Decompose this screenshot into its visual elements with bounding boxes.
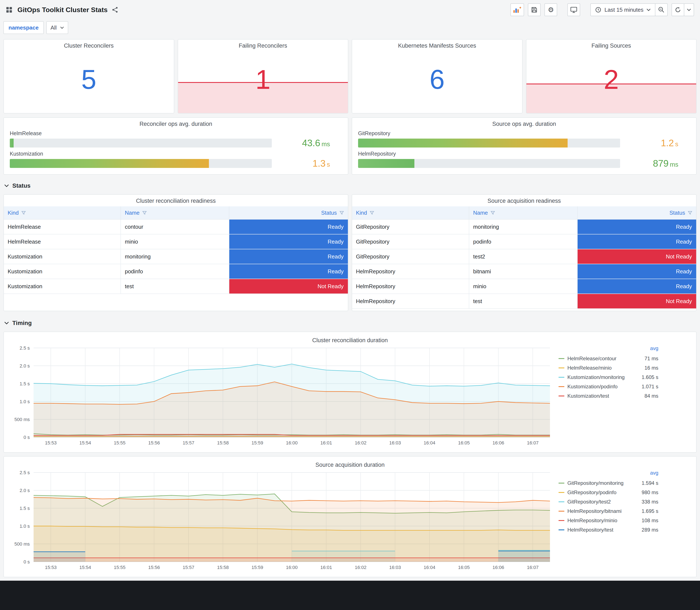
series-name[interactable]: GitRepository/test2 xyxy=(567,499,611,505)
cell-status: Ready xyxy=(577,234,696,249)
legend-avg-header[interactable]: avg xyxy=(558,346,658,354)
panel-title[interactable]: Reconciler ops avg. duration xyxy=(4,118,348,127)
svg-text:16:05: 16:05 xyxy=(458,440,470,446)
cell-name: minio xyxy=(121,234,229,249)
series-name[interactable]: HelmRepository/bitnami xyxy=(567,508,622,514)
filter-icon[interactable] xyxy=(21,210,26,215)
panel-title[interactable]: Source acquisition duration xyxy=(7,459,693,468)
panel-title[interactable]: Cluster Reconcilers xyxy=(4,39,174,49)
column-header-kind[interactable]: Kind xyxy=(352,206,469,219)
svg-text:16:00: 16:00 xyxy=(286,440,297,446)
series-color-swatch xyxy=(558,358,565,359)
legend-item[interactable]: HelmRelease/contour71 ms xyxy=(558,354,658,363)
panel-title[interactable]: Failing Reconcilers xyxy=(178,39,348,49)
filter-icon[interactable] xyxy=(142,210,147,215)
legend-item[interactable]: Kustomization/podinfo1.071 s xyxy=(558,382,658,391)
gauge-panel-reconciler-ops: Reconciler ops avg. duration HelmRelease… xyxy=(3,117,348,175)
gauge-fill xyxy=(10,159,209,168)
stat-panel-failing-sources: Failing Sources 2 xyxy=(526,39,697,113)
filter-icon[interactable] xyxy=(339,210,344,215)
gauge-fill xyxy=(358,159,414,168)
column-header-name[interactable]: Name xyxy=(469,206,577,219)
svg-text:16:03: 16:03 xyxy=(389,565,401,570)
table-row: GitRepositorypodinfoReady xyxy=(352,234,696,249)
status-badge: Not Ready xyxy=(577,249,696,264)
series-avg-value: 1.071 s xyxy=(641,384,658,390)
legend-item[interactable]: GitRepository/test2338 ms xyxy=(558,497,658,507)
apps-grid-icon[interactable] xyxy=(6,6,12,13)
legend-item[interactable]: Kustomization/monitoring1.605 s xyxy=(558,373,658,382)
panel-title[interactable]: Source acquisition readiness xyxy=(352,195,696,204)
gauge-value: 1.3s xyxy=(272,158,342,169)
cell-status: Not Ready xyxy=(577,294,696,309)
series-name[interactable]: GitRepository/podinfo xyxy=(567,489,617,495)
panel-title[interactable]: Failing Sources xyxy=(526,39,696,49)
status-badge: Ready xyxy=(577,220,696,234)
legend-item[interactable]: HelmRelease/minio16 ms xyxy=(558,363,658,373)
gauge-track xyxy=(10,139,272,147)
svg-text:16:01: 16:01 xyxy=(320,440,332,446)
series-name[interactable]: HelmRelease/contour xyxy=(567,356,617,362)
svg-text:2.0 s: 2.0 s xyxy=(19,488,30,493)
save-dashboard-button[interactable] xyxy=(528,3,541,16)
variable-value-dropdown[interactable]: All xyxy=(46,21,68,34)
section-timing[interactable]: Timing xyxy=(4,318,696,328)
column-header-kind[interactable]: Kind xyxy=(4,206,121,219)
gauge-value-number: 879 xyxy=(653,158,669,168)
stat-value: 2 xyxy=(526,49,696,113)
dashboard-settings-button[interactable]: ⚙ xyxy=(544,3,557,16)
gauge-track xyxy=(358,159,620,168)
series-name[interactable]: GitRepository/monitoring xyxy=(567,480,623,486)
column-header-status[interactable]: Status xyxy=(577,206,696,219)
panel-title[interactable]: Cluster reconciliation duration xyxy=(7,334,693,344)
section-status[interactable]: Status xyxy=(4,181,696,191)
legend-item[interactable]: HelmRepository/test289 ms xyxy=(558,525,658,534)
time-range-picker[interactable]: Last 15 minutes xyxy=(590,3,655,16)
panel-title[interactable]: Source ops avg. duration xyxy=(352,118,696,127)
filter-icon[interactable] xyxy=(688,210,693,215)
legend-item[interactable]: GitRepository/monitoring1.594 s xyxy=(558,479,658,488)
gauge-value: 879ms xyxy=(620,158,690,169)
chart-canvas[interactable]: 0 s500 ms1.0 s1.5 s2.0 s2.5 s15:5315:541… xyxy=(7,344,553,448)
series-name[interactable]: Kustomization/podinfo xyxy=(567,384,618,390)
refresh-button[interactable] xyxy=(671,3,684,16)
gauge-value-number: 43.6 xyxy=(302,138,320,148)
table-row: HelmRepositoryminioReady xyxy=(352,279,696,294)
bar-gauge-helmrepository: HelmRepository 879ms xyxy=(358,151,690,169)
tables-row: Cluster reconciliation readiness KindNam… xyxy=(3,194,697,311)
filter-icon[interactable] xyxy=(490,210,495,215)
column-header-name[interactable]: Name xyxy=(121,206,229,219)
chart-canvas[interactable]: 0 s500 ms1.0 s1.5 s2.0 s2.5 s15:5315:541… xyxy=(7,468,553,573)
series-name[interactable]: HelmRelease/minio xyxy=(567,365,612,371)
series-name[interactable]: Kustomization/test xyxy=(567,393,609,399)
series-name[interactable]: Kustomization/monitoring xyxy=(567,374,624,380)
panel-title[interactable]: Cluster reconciliation readiness xyxy=(4,195,348,204)
table-row: GitRepositorymonitoringReady xyxy=(352,219,696,234)
stat-panel-manifest-sources: Kubernetes Manifests Sources 6 xyxy=(352,39,523,113)
zoom-out-button[interactable] xyxy=(655,3,668,16)
series-name[interactable]: HelmRepository/minio xyxy=(567,517,617,524)
share-icon[interactable] xyxy=(112,6,118,13)
legend-item[interactable]: GitRepository/podinfo980 ms xyxy=(558,488,658,497)
legend-item[interactable]: HelmRepository/bitnami1.695 s xyxy=(558,507,658,516)
refresh-interval-dropdown[interactable] xyxy=(684,3,694,16)
legend-item[interactable]: HelmRepository/minio108 ms xyxy=(558,516,658,525)
panel-title[interactable]: Kubernetes Manifests Sources xyxy=(352,39,522,49)
plot-area[interactable]: 0 s500 ms1.0 s1.5 s2.0 s2.5 s15:5315:541… xyxy=(7,344,553,451)
series-fill xyxy=(34,552,85,562)
svg-text:15:55: 15:55 xyxy=(114,565,125,570)
plot-area[interactable]: 0 s500 ms1.0 s1.5 s2.0 s2.5 s15:5315:541… xyxy=(7,468,553,575)
readiness-table: KindNameStatusGitRepositorymonitoringRea… xyxy=(352,206,696,309)
variable-label-namespace[interactable]: namespace xyxy=(3,21,44,34)
filter-icon[interactable] xyxy=(370,210,374,215)
cycle-view-button[interactable] xyxy=(567,3,580,16)
legend-avg-header[interactable]: avg xyxy=(558,470,658,479)
add-panel-button[interactable] xyxy=(510,3,524,16)
svg-text:500 ms: 500 ms xyxy=(14,541,30,547)
legend-item[interactable]: Kustomization/test84 ms xyxy=(558,391,658,401)
svg-text:15:53: 15:53 xyxy=(45,565,56,570)
column-header-status[interactable]: Status xyxy=(229,206,348,219)
gauge-value-number: 1.2 xyxy=(661,138,674,148)
gauge-label: GitRepository xyxy=(358,130,690,137)
series-name[interactable]: HelmRepository/test xyxy=(567,527,613,533)
